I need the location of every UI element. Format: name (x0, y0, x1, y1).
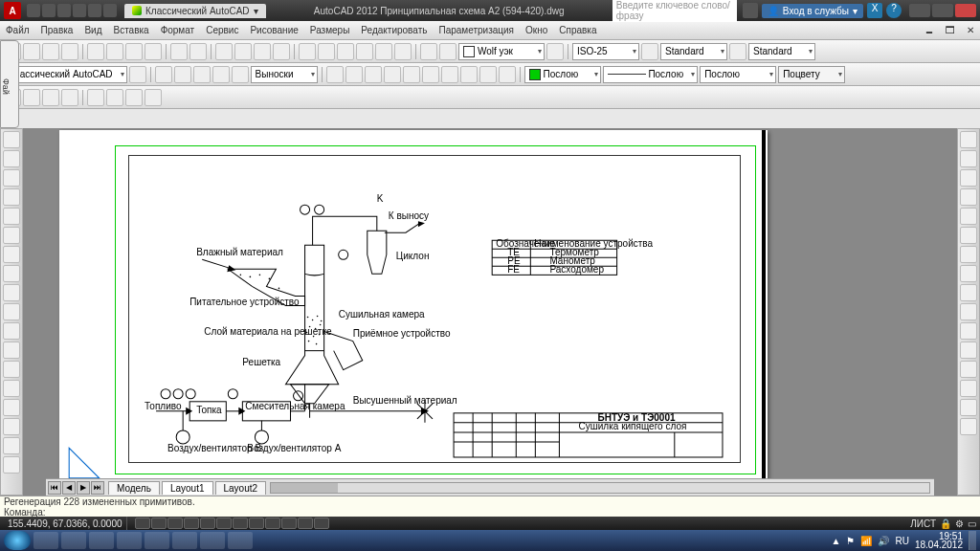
tablestyle-dropdown[interactable]: Standard (748, 43, 815, 60)
boundary-icon[interactable] (3, 437, 20, 454)
search-icon[interactable] (743, 3, 758, 18)
qp-toggle[interactable] (281, 518, 297, 529)
tray-up-icon[interactable]: ▲ (832, 536, 841, 546)
layer-dropdown[interactable]: Wolf уэк (458, 43, 545, 60)
measure3-icon[interactable] (125, 89, 143, 106)
dim-angular-icon[interactable] (365, 66, 382, 83)
doc-min-icon[interactable]: 🗕 (924, 25, 934, 35)
plotstyle-dropdown[interactable]: Поцвету (778, 66, 845, 83)
otrack-toggle[interactable] (216, 518, 232, 529)
drawing-area[interactable]: K К выносу Циклон Влажный материал Питат… (23, 128, 957, 496)
tab-model[interactable]: Модель (108, 481, 160, 495)
copy-icon[interactable] (106, 43, 123, 60)
dyn-toggle[interactable] (249, 518, 264, 529)
rotate-icon[interactable] (960, 246, 977, 263)
constraint4-icon[interactable] (61, 89, 78, 106)
paste-icon[interactable] (125, 43, 143, 60)
clock-date[interactable]: 18.04.2012 (915, 540, 963, 549)
design-center-icon[interactable] (318, 43, 335, 60)
fillet-icon[interactable] (960, 399, 977, 416)
snap-toggle[interactable] (135, 518, 150, 529)
qat-undo-icon[interactable] (73, 4, 86, 17)
maximize-button[interactable] (932, 4, 953, 17)
tab-first-icon[interactable]: ⏮ (48, 481, 61, 495)
mleader-remove-icon[interactable] (193, 66, 211, 83)
help-search-input[interactable]: Введите ключевое слово/фразу (612, 0, 737, 22)
tab-next-icon[interactable]: ▶ (77, 481, 90, 495)
constraint3-icon[interactable] (42, 89, 59, 106)
zoom-icon[interactable] (234, 43, 252, 60)
tab-last-icon[interactable]: ⏭ (91, 481, 104, 495)
menu-help[interactable]: Справка (559, 25, 596, 35)
rectangle-icon[interactable] (3, 208, 20, 225)
skype-icon[interactable] (117, 532, 142, 549)
move-icon[interactable] (960, 227, 977, 244)
dim-linear-icon[interactable] (326, 66, 344, 83)
explode-icon[interactable] (960, 418, 977, 435)
polyline-icon[interactable] (3, 150, 20, 167)
measure2-icon[interactable] (106, 89, 123, 106)
command-line[interactable]: Регенерация 228 измененных примитивов. К… (0, 496, 980, 517)
dim-arc-icon[interactable] (384, 66, 401, 83)
menu-insert[interactable]: Вставка (113, 25, 148, 35)
calc-icon[interactable] (394, 43, 412, 60)
print-icon[interactable] (61, 43, 78, 60)
redo-icon[interactable] (189, 43, 207, 60)
grid-toggle[interactable] (151, 518, 167, 529)
erase-icon[interactable] (960, 131, 977, 148)
lwt-toggle[interactable] (265, 518, 280, 529)
copy-obj-icon[interactable] (960, 150, 977, 167)
zoom-prev-icon[interactable] (273, 43, 290, 60)
dim-baseline-icon[interactable] (460, 66, 478, 83)
browser-icon[interactable] (61, 532, 86, 549)
tab-layout1[interactable]: Layout1 (162, 481, 213, 495)
zoom-window-icon[interactable] (254, 43, 271, 60)
menu-file[interactable]: Файл (6, 25, 30, 35)
workspace-combo[interactable]: Классический AutoCAD (4, 66, 127, 83)
menu-parametric[interactable]: Параметризация (438, 25, 514, 35)
array-icon[interactable] (960, 208, 977, 225)
doc-close-icon[interactable]: ✕ (967, 25, 974, 35)
autocad-task-icon[interactable] (200, 532, 225, 549)
menu-window[interactable]: Окно (525, 25, 547, 35)
lang-indicator[interactable]: RU (895, 536, 908, 546)
break-icon[interactable] (960, 342, 977, 359)
ellipse-icon[interactable] (3, 227, 20, 244)
lineweight-dropdown[interactable]: Послою (700, 66, 776, 83)
text-icon[interactable] (3, 284, 20, 301)
spline-icon[interactable] (3, 246, 20, 263)
start-button[interactable] (4, 531, 31, 550)
constraint2-icon[interactable] (23, 89, 40, 106)
measure-icon[interactable] (87, 89, 104, 106)
minimize-button[interactable] (909, 4, 930, 17)
tray-flag-icon[interactable]: ⚑ (846, 536, 855, 546)
help-icon[interactable]: ? (886, 3, 902, 18)
linetype-dropdown[interactable]: Послою (603, 66, 699, 83)
sign-in-button[interactable]: 👤Вход в службы ▾ (762, 4, 863, 18)
color-dropdown[interactable]: Послою (524, 66, 601, 83)
chrome-icon[interactable] (89, 532, 114, 549)
join-icon[interactable] (960, 361, 977, 378)
region-icon[interactable] (3, 342, 20, 359)
mirror-icon[interactable] (960, 169, 977, 187)
ortho-toggle[interactable] (167, 518, 183, 529)
sc-toggle[interactable] (298, 518, 313, 529)
menu-dimension[interactable]: Размеры (310, 25, 350, 35)
block-icon[interactable] (3, 322, 20, 340)
qat-redo-icon[interactable] (88, 4, 101, 17)
arc-icon[interactable] (3, 188, 20, 206)
am-toggle[interactable] (314, 518, 329, 529)
exchange-icon[interactable]: X (867, 3, 882, 18)
layer-manager-icon[interactable] (546, 43, 564, 60)
workspace-switch-icon[interactable]: ⚙ (955, 518, 964, 529)
gear-icon[interactable] (129, 66, 146, 83)
horizontal-scrollbar[interactable] (270, 482, 930, 494)
wipeout-icon[interactable] (3, 456, 20, 474)
chamfer-icon[interactable] (960, 380, 977, 397)
revcloud-icon[interactable] (3, 380, 20, 397)
doc-max-icon[interactable]: 🗖 (946, 25, 955, 35)
layer-state-icon[interactable] (420, 43, 437, 60)
scale-icon[interactable] (960, 265, 977, 282)
mleader-add-icon[interactable] (174, 66, 191, 83)
tab-layout2[interactable]: Layout2 (215, 481, 267, 495)
